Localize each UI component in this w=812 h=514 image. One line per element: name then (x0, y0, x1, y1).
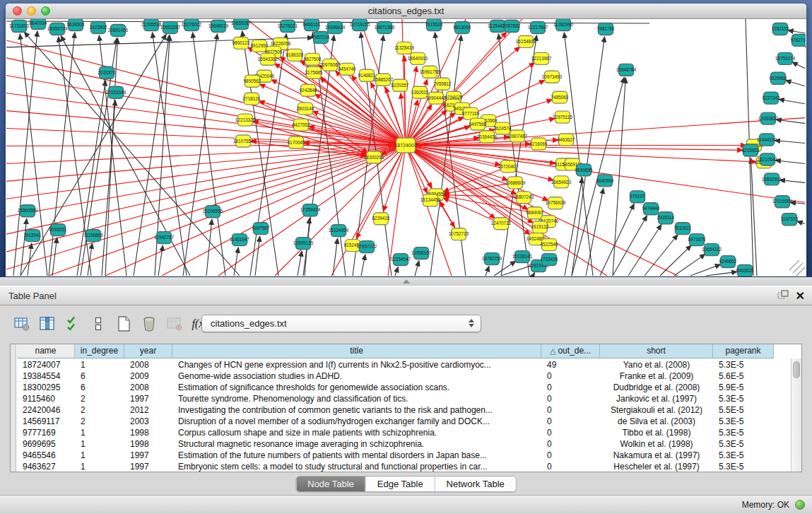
graph-node[interactable]: 16210643 (758, 153, 778, 165)
graph-node[interactable]: 8427552 (293, 119, 310, 131)
graph-node[interactable]: 7955812 (434, 78, 452, 90)
graph-node[interactable]: 18107554 (233, 135, 254, 147)
graph-node[interactable]: 12444150 (757, 134, 777, 146)
table-row[interactable]: 1872400712008Changes of HCN gene express… (17, 359, 790, 370)
graph-node[interactable]: 1052133 (772, 23, 789, 35)
column-header-short[interactable]: short (600, 344, 713, 358)
graph-node[interactable]: 10752715 (449, 228, 469, 240)
graph-node[interactable]: 7981750 (597, 23, 615, 35)
graph-node[interactable]: 3624574 (494, 122, 512, 134)
graph-node[interactable]: 11282990 (553, 19, 573, 30)
network-window-titlebar[interactable]: citations_edges.txt (6, 4, 806, 19)
graph-node[interactable]: 16648784 (616, 64, 637, 76)
graph-node[interactable]: 19904448 (426, 92, 447, 104)
tab-node-table[interactable]: Node Table (296, 477, 365, 491)
graph-node[interactable]: 18300295 (364, 151, 384, 163)
graph-node[interactable]: 12217897 (528, 21, 548, 33)
graph-node[interactable]: 16154808 (516, 35, 536, 47)
graph-node[interactable]: 1640954 (596, 175, 614, 187)
graph-node[interactable]: 4522546 (541, 239, 558, 251)
graph-node[interactable]: 3915941 (24, 230, 42, 242)
graph-node[interactable]: 13505135 (293, 238, 314, 250)
graph-node[interactable]: 9634508 (67, 19, 85, 30)
graph-node[interactable]: 17359924 (300, 204, 321, 216)
graph-node[interactable]: 8454749 (339, 63, 356, 75)
table-row[interactable]: 2242004622012Investigating the contribut… (17, 404, 790, 416)
table-selector-combobox[interactable]: citations_edges.txt (201, 315, 481, 332)
graph-node[interactable]: 10719155 (350, 19, 370, 30)
graph-node[interactable]: 2718120 (243, 93, 261, 105)
unselect-all-icon[interactable] (89, 315, 107, 333)
scrollbar-thumb[interactable] (793, 361, 800, 378)
graph-node[interactable]: 10958167 (411, 247, 432, 259)
graph-node[interactable]: 15136141 (512, 251, 533, 263)
graph-node[interactable]: 16961758 (420, 66, 440, 78)
graph-node[interactable]: 9329966 (770, 72, 787, 84)
graph-node[interactable]: 6216069 (530, 138, 548, 150)
graph-node[interactable]: 16654923 (551, 176, 572, 188)
splitter-handle-icon[interactable] (403, 279, 410, 284)
graph-node[interactable]: 4170045 (288, 136, 305, 148)
graph-node[interactable]: 7957224 (312, 31, 330, 43)
graph-node[interactable]: 8220357 (392, 79, 409, 91)
delete-table-icon[interactable] (140, 315, 158, 333)
table-row[interactable]: 946554611997Estimation of the future num… (17, 450, 790, 461)
graph-node[interactable]: 9245652 (719, 256, 737, 268)
graph-node[interactable]: 20891406 (108, 24, 129, 36)
table-row[interactable]: 1456911722003Disruption of a novel membe… (17, 416, 790, 427)
graph-node[interactable]: 22205518 (141, 19, 162, 30)
column-header-title[interactable]: title (172, 344, 541, 358)
graph-node[interactable]: 1733426 (541, 254, 558, 266)
column-header-pagerank[interactable]: pagerank (713, 344, 774, 358)
resize-grip-icon[interactable] (789, 260, 805, 276)
graph-node[interactable]: 19046624 (325, 21, 346, 33)
graph-node[interactable]: 9827508 (304, 53, 322, 65)
graph-node[interactable]: 12470712 (491, 218, 512, 230)
graph-node[interactable]: 3175685 (305, 66, 323, 78)
graph-node[interactable]: 2935114 (657, 212, 675, 224)
graph-node[interactable]: 11156869 (83, 230, 103, 242)
graph-node[interactable]: 10973493 (542, 71, 563, 83)
network-canvas[interactable]: 1872400798601238912954182260589827509165… (6, 19, 806, 276)
graph-node[interactable]: 15134459 (420, 194, 441, 206)
graph-node[interactable]: 6497568 (469, 118, 487, 130)
graph-node[interactable]: 12213967 (531, 52, 552, 64)
graph-node[interactable]: 9463627 (558, 134, 575, 146)
graph-node[interactable]: 11325419 (394, 42, 414, 54)
tab-edge-table[interactable]: Edge Table (365, 477, 435, 491)
graph-node[interactable]: 12213323 (235, 114, 256, 126)
table-row[interactable]: 1938455462009Genome-wide association stu… (17, 370, 790, 382)
close-button[interactable] (13, 6, 22, 16)
table-row[interactable]: 969969511998Structural magnetic resonanc… (17, 438, 790, 450)
table-row[interactable]: 911546021997Tourette syndrome. Phenomeno… (17, 393, 790, 404)
graph-node[interactable]: 12975115 (553, 111, 572, 123)
graph-node[interactable]: 2031570 (98, 66, 116, 78)
table-row[interactable]: 977716911998Corpus callosum shape and si… (17, 427, 790, 438)
graph-node[interactable]: 9860123 (233, 37, 250, 49)
graph-node[interactable]: 2803144 (297, 103, 314, 115)
graph-node[interactable]: 15124959 (329, 225, 349, 237)
graph-node[interactable]: 8239415 (372, 213, 390, 225)
graph-node[interactable]: 16782759 (482, 253, 502, 265)
graph-node[interactable]: 25860550 (18, 205, 38, 217)
graph-node[interactable]: 15276021 (278, 20, 298, 32)
column-header-out-de[interactable]: △out_de... (541, 344, 600, 358)
graph-node[interactable]: 11451947 (230, 234, 249, 246)
graph-node[interactable]: 17016504 (772, 196, 793, 208)
graph-node[interactable]: 10688609 (505, 177, 526, 189)
graph-node[interactable]: 1423902 (90, 21, 107, 33)
graph-node[interactable]: 18640910 (408, 52, 428, 64)
graph-node[interactable]: 12942757 (154, 232, 175, 244)
graph-node[interactable]: 6466161 (303, 19, 321, 30)
graph-node[interactable]: 9463620 (736, 265, 754, 276)
graph-node[interactable]: 1615132 (531, 221, 549, 233)
column-header-in-degree[interactable]: in_degree (75, 344, 124, 358)
graph-node[interactable]: 19671388 (375, 21, 395, 33)
graph-node[interactable]: 1167533 (781, 214, 799, 226)
graph-node[interactable]: 15751074 (775, 52, 796, 64)
graph-node[interactable]: 2087682 (503, 20, 521, 32)
graph-node[interactable]: 15276022 (182, 19, 202, 30)
graph-node[interactable]: 20364436 (477, 131, 498, 143)
graph-node[interactable]: 9762710 (791, 34, 806, 46)
graph-node[interactable]: 12093832 (758, 112, 779, 124)
